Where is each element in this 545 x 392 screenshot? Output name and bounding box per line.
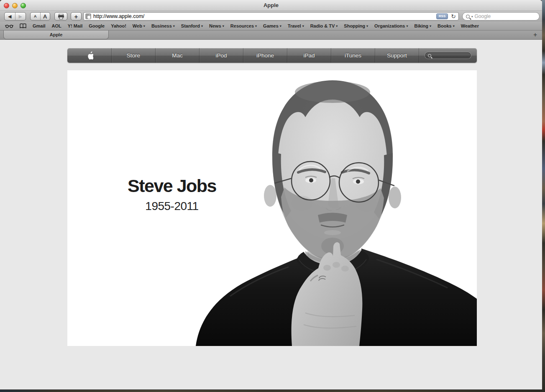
bookmark-label: Weather [461, 23, 479, 28]
apple-favicon-icon [85, 13, 91, 19]
bookmark-folder-travel[interactable]: Travel▾ [288, 23, 304, 28]
nav-iphone[interactable]: iPhone [243, 48, 287, 63]
nav-store[interactable]: Store [111, 48, 155, 63]
bookmark-label: Stanford [181, 23, 200, 28]
text-smaller-button[interactable]: A [31, 13, 40, 20]
text-larger-button[interactable]: A [40, 13, 50, 20]
forward-button[interactable]: ▶ [15, 13, 26, 20]
text-larger-label: A [43, 13, 47, 20]
rss-button[interactable]: RSS [436, 13, 448, 19]
menu-arrow-icon: ▾ [453, 24, 455, 28]
bookmark-folder-organizations[interactable]: Organizations▾ [374, 23, 408, 28]
nav-apple-home[interactable] [67, 48, 111, 63]
nav-search-cell [419, 48, 477, 63]
bookmark-label: Biking [414, 23, 428, 28]
bookmark-label: Games [263, 23, 279, 28]
window-title: Apple [0, 2, 542, 8]
text-smaller-label: A [34, 14, 37, 18]
bookmark-label: Books [438, 23, 452, 28]
nav-ipad[interactable]: iPad [287, 48, 331, 63]
nav-mac[interactable]: Mac [155, 48, 199, 63]
desktop-sliver-right [542, 0, 545, 392]
tab-apple[interactable]: Apple [3, 31, 109, 39]
url-input[interactable] [93, 13, 436, 19]
bookmark-folder-books[interactable]: Books▾ [438, 23, 455, 28]
menu-arrow-icon: ▾ [143, 24, 145, 28]
bookmarks-bar: Gmail AOL Y! Mail Google Yahoo! Web▾ Bus… [0, 22, 542, 31]
title-bar[interactable]: Apple [0, 0, 542, 11]
bookmark-label: Web [133, 23, 142, 28]
search-engine-chevron-icon[interactable]: ▾ [471, 15, 473, 18]
apple-nav-bar: Store Mac iPod iPhone iPad iTunes Suppor… [67, 48, 477, 63]
bookmark-google[interactable]: Google [89, 23, 105, 28]
bookmark-label: Business [151, 23, 172, 28]
menu-arrow-icon: ▾ [255, 24, 257, 28]
back-icon: ◀ [8, 14, 11, 19]
bookmarks-book-icon[interactable] [20, 23, 26, 28]
menu-arrow-icon: ▾ [406, 24, 408, 28]
menu-arrow-icon: ▾ [223, 24, 224, 28]
menu-arrow-icon: ▾ [430, 24, 431, 28]
bookmark-weather[interactable]: Weather [461, 23, 479, 28]
printer-icon [58, 14, 64, 19]
bookmark-folder-shopping[interactable]: Shopping▾ [344, 23, 368, 28]
bookmark-label: Google [89, 23, 105, 28]
reload-button[interactable]: ↻ [451, 13, 456, 19]
bookmark-label: Yahoo! [111, 23, 126, 28]
address-bar[interactable]: RSS ↻ [83, 12, 459, 20]
menu-arrow-icon: ▾ [173, 24, 175, 28]
nav-ipod[interactable]: iPod [199, 48, 243, 63]
bookmark-label: Travel [288, 23, 301, 28]
bookmark-folder-radio-tv[interactable]: Radio & TV▾ [310, 23, 338, 28]
menu-arrow-icon: ▾ [280, 24, 281, 28]
back-button[interactable]: ◀ [5, 13, 15, 20]
screen: Apple ◀ ▶ A A [0, 0, 545, 392]
bookmark-label: Shopping [344, 23, 365, 28]
bookmark-folder-resources[interactable]: Resources▾ [230, 23, 257, 28]
site-search-input[interactable] [433, 53, 477, 58]
bookmark-label: Organizations [374, 23, 405, 28]
bookmark-folder-stanford[interactable]: Stanford▾ [181, 23, 203, 28]
reading-glasses-icon[interactable] [5, 24, 13, 28]
bookmark-folder-games[interactable]: Games▾ [263, 23, 281, 28]
plus-icon: + [74, 13, 78, 20]
site-search-field[interactable] [425, 52, 471, 59]
text-size-group: A A [30, 12, 50, 20]
nav-support[interactable]: Support [375, 48, 419, 63]
bookmark-folder-biking[interactable]: Biking▾ [414, 23, 431, 28]
forward-icon: ▶ [19, 14, 22, 19]
menu-arrow-icon: ▾ [336, 24, 338, 28]
web-search-field[interactable]: ▾ [462, 12, 540, 20]
history-nav-group: ◀ ▶ [4, 12, 26, 20]
bookmark-label: Radio & TV [310, 23, 335, 28]
add-bookmark-button[interactable]: + [71, 12, 82, 20]
bookmark-aol[interactable]: AOL [52, 23, 61, 28]
bookmark-folder-business[interactable]: Business▾ [151, 23, 175, 28]
search-icon [428, 54, 431, 57]
browser-toolbar: ◀ ▶ A A [0, 11, 542, 22]
steve-jobs-portrait [180, 70, 477, 346]
tab-label: Apple [50, 32, 63, 37]
bookmark-label: Resources [230, 23, 254, 28]
print-button[interactable] [54, 12, 67, 20]
bookmark-folder-news[interactable]: News▾ [209, 23, 224, 28]
safari-window: Apple ◀ ▶ A A [0, 0, 542, 390]
menu-arrow-icon: ▾ [201, 24, 203, 28]
tab-bar: Apple + [0, 31, 542, 40]
web-search-input[interactable] [475, 13, 540, 19]
new-tab-button[interactable]: + [533, 31, 537, 38]
bookmark-label: AOL [52, 23, 61, 28]
bookmark-gmail[interactable]: Gmail [33, 23, 46, 28]
bookmark-label: News [209, 23, 221, 28]
menu-arrow-icon: ▾ [366, 24, 368, 28]
nav-itunes[interactable]: iTunes [331, 48, 375, 63]
bookmark-yahoo[interactable]: Yahoo! [111, 23, 126, 28]
memorial-content: Steve Jobs 1955-2011 [67, 70, 477, 346]
bookmark-label: Y! Mail [68, 23, 82, 28]
bookmark-label: Gmail [33, 23, 46, 28]
bookmark-ymail[interactable]: Y! Mail [68, 23, 82, 28]
bookmark-folder-web[interactable]: Web▾ [133, 23, 145, 28]
apple-logo-icon [86, 51, 93, 60]
menu-arrow-icon: ▾ [302, 24, 304, 28]
web-page: Store Mac iPod iPhone iPad iTunes Suppor… [0, 40, 542, 390]
